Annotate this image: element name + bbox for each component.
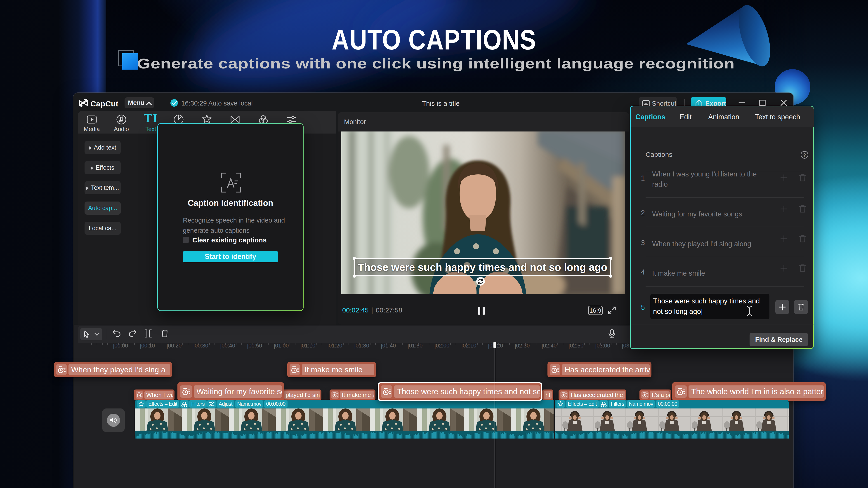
svg-text:|01:50: |01:50 [408,343,423,349]
svg-text:|00:40: |00:40 [220,343,235,349]
svg-text:|00:30: |00:30 [193,343,208,349]
svg-text:|02:00: |02:00 [434,343,450,349]
svg-text:|01:00: |01:00 [274,343,289,349]
svg-text:|03:00: |03:00 [595,343,610,349]
svg-text:|01:40: |01:40 [381,343,396,349]
svg-text:|01:20: |01:20 [327,343,342,349]
svg-text:|00:10: |00:10 [140,343,155,349]
svg-text:|02:40: |02:40 [541,343,557,349]
svg-text:|00:00: |00:00 [113,343,128,349]
svg-text:|02:10: |02:10 [461,343,476,349]
svg-text:|00:50: |00:50 [247,343,262,349]
svg-text:|02:30: |02:30 [515,343,530,349]
svg-text:|01:10: |01:10 [301,343,315,349]
svg-text:|01:30: |01:30 [354,343,369,349]
svg-text:|00:20: |00:20 [166,343,182,349]
svg-text:|02:50: |02:50 [568,343,583,349]
